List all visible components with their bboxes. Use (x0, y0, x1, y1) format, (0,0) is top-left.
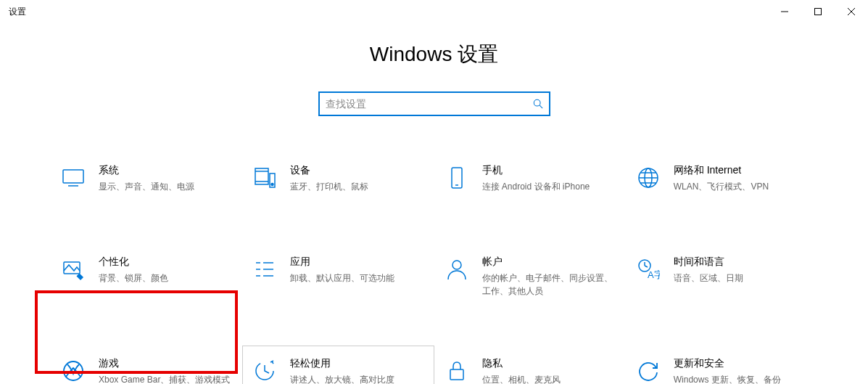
category-privacy[interactable]: 隐私 位置、相机、麦克风 (434, 346, 626, 384)
close-button[interactable] (835, 0, 868, 23)
window-controls (768, 0, 868, 23)
svg-rect-6 (63, 170, 83, 183)
category-time[interactable]: A字 时间和语言 语音、区域、日期 (626, 244, 817, 309)
category-title: 个性化 (99, 256, 232, 269)
display-icon (61, 166, 86, 190)
svg-point-4 (534, 99, 540, 106)
category-desc: 讲述人、放大镜、高对比度 (290, 373, 423, 384)
svg-rect-1 (815, 9, 822, 15)
categories-grid: 系统 显示、声音、通知、电源 设备 蓝牙、打印机、鼠标 手机 连接 Androi… (0, 152, 868, 384)
category-desc: 你的帐户、电子邮件、同步设置、工作、其他人员 (482, 271, 616, 298)
header: Windows 设置 (0, 23, 868, 68)
paint-icon (61, 257, 86, 282)
category-title: 手机 (482, 164, 616, 177)
phone-icon (445, 166, 469, 190)
svg-line-30 (645, 266, 648, 267)
category-apps[interactable]: 应用 卸载、默认应用、可选功能 (242, 244, 434, 309)
category-title: 游戏 (99, 357, 232, 370)
category-gaming[interactable]: 游戏 Xbox Game Bar、捕获、游戏模式 (51, 346, 242, 384)
xbox-icon (61, 359, 86, 383)
search-box[interactable] (318, 91, 550, 116)
titlebar: 设置 (0, 0, 868, 23)
category-title: 隐私 (482, 357, 616, 370)
category-title: 更新和安全 (674, 357, 807, 370)
category-desc: 背景、锁屏、颜色 (99, 271, 232, 285)
category-update[interactable]: 更新和安全 Windows 更新、恢复、备份 (626, 346, 817, 384)
page-title: Windows 设置 (0, 41, 868, 68)
category-system[interactable]: 系统 显示、声音、通知、电源 (51, 152, 242, 208)
category-devices[interactable]: 设备 蓝牙、打印机、鼠标 (242, 152, 434, 208)
category-desc: WLAN、飞行模式、VPN (674, 180, 807, 193)
lock-icon (445, 359, 469, 383)
category-title: 网络和 Internet (674, 164, 807, 177)
category-desc: 蓝牙、打印机、鼠标 (290, 180, 423, 193)
search-container (0, 91, 868, 116)
category-desc: 语音、区域、日期 (674, 271, 807, 285)
category-ease[interactable]: 轻松使用 讲述人、放大镜、高对比度 (242, 346, 434, 384)
svg-rect-34 (450, 369, 463, 380)
time-language-icon: A字 (636, 257, 661, 282)
person-icon (445, 257, 469, 282)
svg-text:A字: A字 (648, 269, 660, 280)
category-title: 应用 (290, 256, 423, 269)
category-personalization[interactable]: 个性化 背景、锁屏、颜色 (51, 244, 242, 309)
search-input[interactable] (326, 98, 533, 110)
category-title: 设备 (290, 164, 423, 177)
category-desc: 位置、相机、麦克风 (482, 373, 616, 384)
globe-icon (636, 166, 661, 190)
svg-point-12 (271, 184, 273, 186)
window-title: 设置 (9, 6, 26, 18)
category-title: 时间和语言 (674, 256, 807, 269)
category-desc: 显示、声音、通知、电源 (99, 180, 232, 193)
category-desc: 连接 Android 设备和 iPhone (482, 180, 616, 193)
category-network[interactable]: 网络和 Internet WLAN、飞行模式、VPN (626, 152, 817, 208)
category-accounts[interactable]: 帐户 你的帐户、电子邮件、同步设置、工作、其他人员 (434, 244, 626, 309)
search-icon (533, 99, 543, 109)
maximize-button[interactable] (801, 0, 835, 23)
svg-point-32 (64, 361, 83, 380)
category-desc: 卸载、默认应用、可选功能 (290, 271, 423, 285)
update-icon (636, 359, 661, 383)
category-title: 帐户 (482, 256, 616, 269)
devices-icon (252, 166, 277, 190)
apps-icon (252, 257, 277, 282)
ease-icon (252, 359, 277, 383)
minimize-button[interactable] (768, 0, 801, 23)
svg-line-5 (540, 105, 542, 108)
category-phone[interactable]: 手机 连接 Android 设备和 iPhone (434, 152, 626, 208)
category-title: 系统 (99, 164, 232, 177)
category-desc: Xbox Game Bar、捕获、游戏模式 (99, 373, 232, 384)
category-desc: Windows 更新、恢复、备份 (674, 373, 807, 384)
category-title: 轻松使用 (290, 357, 423, 370)
svg-point-27 (452, 261, 461, 269)
